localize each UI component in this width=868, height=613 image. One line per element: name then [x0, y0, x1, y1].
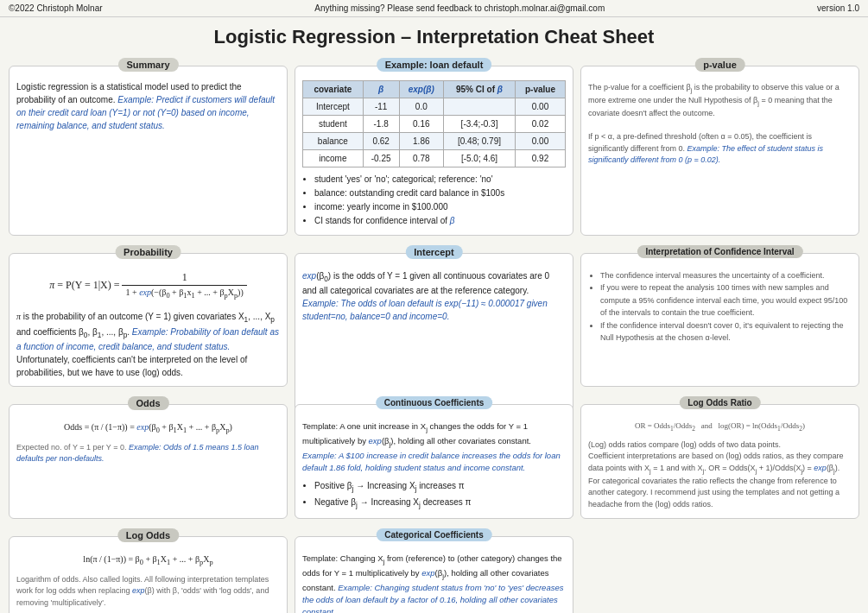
- cell-exp: 0.16: [399, 116, 443, 133]
- logodds-formula: ln(π / (1−π)) = β0 + β1X1 + ... + βpXp: [16, 553, 280, 568]
- cell-ci: [-5.0; 4.6]: [444, 150, 516, 167]
- summary-example-label: Example: [117, 95, 151, 104]
- odds-title: Odds: [127, 396, 168, 410]
- odds-formula: Odds = (π / (1−π)) = exp(β0 + β1X1 + ...…: [16, 420, 280, 436]
- cell-beta: -1.8: [363, 116, 399, 133]
- odds-body: Odds = (π / (1−π)) = exp(β0 + β1X1 + ...…: [16, 420, 280, 464]
- cell-ci: [0.48; 0.79]: [444, 133, 516, 150]
- logodds-desc: Logarithm of odds. Also called logits. A…: [16, 574, 280, 610]
- cell-beta: 0.62: [363, 133, 399, 150]
- cell-covariate: student: [303, 116, 364, 133]
- logodds-card: Log Odds ln(π / (1−π)) = β0 + β1X1 + ...…: [9, 536, 288, 613]
- ci-title: Interpretation of Confidence Interval: [637, 245, 802, 258]
- ci-body: The confidence interval measures the unc…: [588, 269, 852, 344]
- col-beta: β: [363, 81, 399, 98]
- table-row: income -0.25 0.78 [-5.0; 4.6] 0.92: [303, 150, 566, 167]
- page-title: Logistic Regression – Interpretation Che…: [0, 17, 868, 55]
- cont-bullet-2: Negative βj → Increasing Xj decreases π: [314, 496, 566, 511]
- cell-ci: [444, 98, 516, 116]
- bullet-balance: balance: outstanding credit card balance…: [314, 186, 566, 200]
- cell-covariate: income: [303, 150, 364, 167]
- probability-body: π = P(Y = 1|X) = 1 1 + exp(−(β0 + β1x1 +…: [16, 269, 280, 379]
- lor-card: Log Odds Ratio OR = Odds1/Odds2 and log(…: [580, 404, 859, 519]
- intercept-body: exp(β0) is the odds of Y = 1 given all c…: [302, 269, 566, 323]
- ci-bullet-1: The confidence interval measures the unc…: [600, 269, 852, 281]
- lor-body: OR = Odds1/Odds2 and log(OR) = ln(Odds1/…: [588, 420, 852, 510]
- loan-table: covariate β exp(β) 95% CI of β p-value I…: [302, 80, 566, 167]
- example-bullets: student 'yes' or 'no'; categorical; refe…: [302, 173, 566, 228]
- col-ci: 95% CI of β: [444, 81, 516, 98]
- probability-desc: π is the probability of an outcome (Y = …: [16, 310, 280, 379]
- cell-p: 0.00: [516, 133, 566, 150]
- continuous-card: Continuous Coefficients Template: A one …: [295, 404, 573, 519]
- continuous-title: Continuous Coefficients: [376, 396, 493, 409]
- example-loan-body: covariate β exp(β) 95% CI of β p-value I…: [302, 80, 566, 228]
- categorical-card: Categorical Coefficients Template: Chang…: [295, 536, 573, 613]
- probability-title: Probability: [115, 245, 181, 259]
- cell-covariate: Intercept: [303, 98, 364, 116]
- summary-card: Summary Logistic regression is a statist…: [9, 66, 288, 236]
- cell-exp: 0.78: [399, 150, 443, 167]
- example-loan-card: Example: loan default covariate β exp(β)…: [295, 66, 573, 236]
- col-expbeta: exp(β): [399, 81, 443, 98]
- cell-exp: 1.86: [399, 133, 443, 150]
- cell-p: 0.00: [516, 98, 566, 116]
- summary-body: Logistic regression is a statistical mod…: [16, 80, 280, 132]
- cell-beta: -11: [363, 98, 399, 116]
- bullet-student: student 'yes' or 'no'; categorical; refe…: [314, 173, 566, 186]
- table-row: balance 0.62 1.86 [0.48; 0.79] 0.00: [303, 133, 566, 150]
- feedback-text: Anything missing? Please send feedback t…: [314, 3, 605, 13]
- col-covariate: covariate: [303, 81, 364, 98]
- cont-bullet-1: Positive βj → Increasing Xj increases π: [314, 479, 566, 495]
- example-loan-title: Example: loan default: [377, 58, 492, 72]
- probability-formula: π = P(Y = 1|X) = 1 1 + exp(−(β0 + β1x1 +…: [16, 269, 280, 301]
- logodds-body: ln(π / (1−π)) = β0 + β1X1 + ... + βpXp L…: [16, 553, 280, 609]
- ci-card: Interpretation of Confidence Interval Th…: [580, 253, 859, 387]
- bullet-income: income: yearly income in $100.000: [314, 200, 566, 214]
- odds-card: Odds Odds = (π / (1−π)) = exp(β0 + β1X1 …: [9, 404, 288, 519]
- cell-p: 0.92: [516, 150, 566, 167]
- intercept-title: Intercept: [405, 245, 462, 259]
- pvalue-card: p-value The p-value for a coefficient βj…: [580, 66, 859, 236]
- cell-beta: -0.25: [363, 150, 399, 167]
- cell-covariate: balance: [303, 133, 364, 150]
- summary-title: Summary: [117, 58, 178, 72]
- logodds-title: Log Odds: [117, 528, 179, 542]
- pvalue-body: The p-value for a coefficient βj is the …: [588, 82, 852, 167]
- ci-bullet-2: If you were to repeat the analysis 100 t…: [600, 281, 852, 319]
- cell-ci: [-3.4;-0.3]: [444, 116, 516, 133]
- cell-exp: 0.0: [399, 98, 443, 116]
- probability-card: Probability π = P(Y = 1|X) = 1 1 + exp(−…: [9, 253, 288, 387]
- top-bar: ©2022 Christoph Molnar Anything missing?…: [0, 0, 868, 17]
- categorical-title: Categorical Coefficients: [376, 528, 491, 541]
- lor-formula: OR = Odds1/Odds2 and log(OR) = ln(Odds1/…: [588, 420, 852, 433]
- ci-bullet-3: If the confidence interval doesn't cover…: [600, 319, 852, 344]
- categorical-body: Template: Changing Xj from (reference) t…: [302, 553, 566, 613]
- version: version 1.0: [817, 3, 859, 13]
- table-row: student -1.8 0.16 [-3.4;-0.3] 0.02: [303, 116, 566, 133]
- continuous-body: Template: A one unit increase in Xj chan…: [302, 420, 566, 511]
- table-row: Intercept -11 0.0 0.00: [303, 98, 566, 116]
- odds-desc: Expected no. of Y = 1 per Y = 0. Example…: [16, 442, 280, 465]
- copyright: ©2022 Christoph Molnar: [9, 3, 103, 13]
- lor-title: Log Odds Ratio: [679, 396, 760, 409]
- cell-p: 0.02: [516, 116, 566, 133]
- bullet-ci: CI stands for confidence interval of β: [314, 214, 566, 228]
- col-pvalue: p-value: [516, 81, 566, 98]
- pvalue-title: p-value: [694, 58, 745, 72]
